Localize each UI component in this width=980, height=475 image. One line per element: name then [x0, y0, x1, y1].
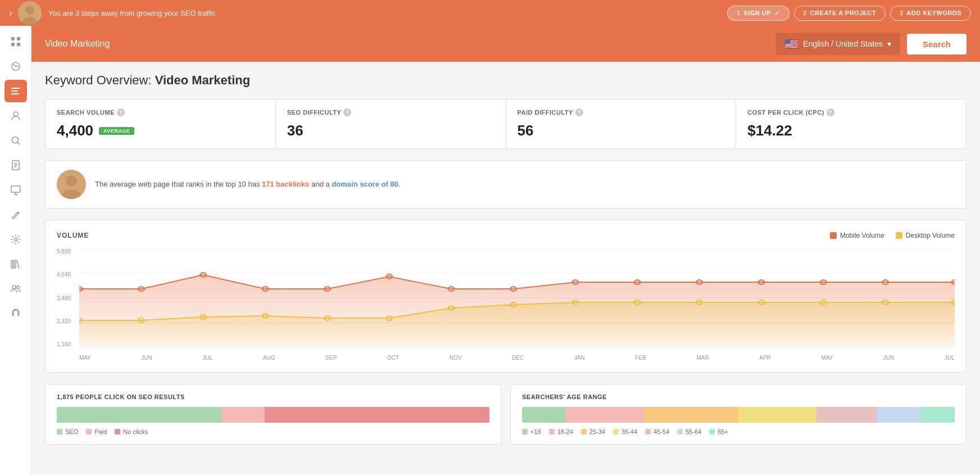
age-55-64-legend: 55-64: [677, 428, 701, 435]
search-button[interactable]: Search: [907, 34, 967, 55]
svg-point-24: [66, 175, 77, 187]
age-45-54-seg: [816, 407, 877, 423]
x-label-dec: DEC: [512, 355, 524, 361]
metric-cpc: COST PER CLICK (CPC) ? $14.22: [736, 99, 966, 148]
x-label-jul2: JUL: [945, 355, 955, 361]
backlinks-highlight: 171 backlinks: [262, 180, 310, 188]
step-2-button[interactable]: 2 CREATE A PROJECT: [794, 6, 886, 21]
sidebar-item-users[interactable]: [4, 278, 27, 300]
age-65plus-dot: [709, 429, 715, 435]
clicks-panel: 1,875 PEOPLE CLICK ON SEO RESULTS SEO: [45, 384, 501, 445]
domain-score-highlight: domain score of 80: [332, 180, 398, 188]
y-label-2320: 2,320: [57, 318, 77, 324]
noclicks-legend: No clicks: [115, 428, 148, 435]
x-label-mar: MAR: [696, 355, 709, 361]
y-label-3480: 3,480: [57, 295, 77, 301]
desktop-legend-item: Desktop Volume: [896, 232, 955, 239]
seo-dot: [57, 429, 62, 435]
svg-rect-14: [14, 163, 17, 164]
sidebar-item-monitor[interactable]: [4, 179, 27, 201]
main-content: 🇺🇸 English / United States ▾ Search Keyw…: [31, 26, 980, 475]
x-label-jun2: JUN: [883, 355, 894, 361]
locale-selector[interactable]: 🇺🇸 English / United States ▾: [775, 33, 900, 55]
noclicks-dot: [115, 429, 120, 435]
step-3-num: 3: [900, 10, 903, 16]
step-3-button[interactable]: 3 ADD KEYWORDS: [890, 6, 971, 21]
x-label-jun1: JUN: [142, 355, 152, 361]
svg-rect-16: [14, 166, 16, 168]
sidebar-item-reports[interactable]: [4, 154, 27, 177]
x-label-feb: FEB: [635, 355, 646, 361]
svg-rect-6: [17, 43, 20, 46]
metric-paid-difficulty: PAID DIFFICULTY ? 56: [506, 99, 737, 148]
x-label-apr: APR: [759, 355, 771, 361]
chart-legend: Mobile Volume Desktop Volume: [830, 232, 955, 239]
bottom-panels: 1,875 PEOPLE CLICK ON SEO RESULTS SEO: [45, 384, 967, 445]
age-55-64-dot: [677, 429, 683, 435]
expand-arrow[interactable]: ›: [9, 7, 12, 19]
sidebar-item-dashboard[interactable]: [4, 30, 27, 53]
seo-bar-seg: [57, 407, 221, 423]
svg-rect-10: [11, 93, 19, 94]
x-label-nov: NOV: [450, 355, 462, 361]
paid-difficulty-info-icon[interactable]: ?: [575, 108, 583, 116]
age-35-44-dot: [613, 429, 619, 435]
step-1-button[interactable]: 1 SIGN UP ✓: [727, 6, 789, 21]
desktop-legend-label: Desktop Volume: [906, 232, 955, 239]
paid-legend: Paid: [86, 428, 107, 435]
sidebar-item-editor[interactable]: [4, 203, 27, 226]
chart-area: 5,800 4,640 3,480 2,320 1,160: [57, 248, 955, 361]
age-25-34-label: 25-34: [589, 428, 605, 435]
sidebar-item-audience[interactable]: [4, 105, 27, 127]
search-input-wrap[interactable]: [45, 39, 769, 49]
paid-label: Paid: [94, 428, 107, 435]
sidebar-item-analytics[interactable]: [4, 55, 27, 78]
step-3-label: ADD KEYWORDS: [906, 10, 961, 16]
chart-svg: [79, 248, 955, 347]
steps-container: 1 SIGN UP ✓ 2 CREATE A PROJECT 3 ADD KEY…: [727, 6, 971, 21]
avatar: [18, 1, 42, 25]
age-under18-dot: [522, 429, 528, 435]
x-axis: MAY JUN JUL AUG SEP OCT NOV DEC JAN FEB …: [79, 355, 955, 361]
sidebar-item-keyword-overview[interactable]: [4, 80, 27, 102]
search-volume-info-icon[interactable]: ?: [117, 108, 125, 116]
svg-rect-5: [11, 43, 15, 46]
svg-point-21: [12, 286, 16, 289]
svg-point-22: [16, 286, 19, 289]
mobile-legend-item: Mobile Volume: [830, 232, 884, 239]
x-label-jan: JAN: [574, 355, 585, 361]
flag-icon: 🇺🇸: [784, 37, 798, 51]
sidebar: [0, 26, 31, 475]
paid-difficulty-label: PAID DIFFICULTY ?: [518, 108, 725, 116]
seo-label: SEO: [65, 428, 78, 435]
locale-chevron-icon: ▾: [887, 39, 891, 48]
svg-rect-4: [17, 37, 20, 40]
search-keyword-input[interactable]: [45, 39, 769, 49]
svg-point-18: [14, 238, 17, 241]
age-under18-legend: <18: [522, 428, 541, 435]
age-45-54-label: 45-54: [654, 428, 669, 435]
x-label-may1: MAY: [79, 355, 91, 361]
clicks-bar: [57, 407, 489, 423]
metric-cards: SEARCH VOLUME ? 4,400 AVERAGE SEO DIFFIC…: [45, 99, 967, 149]
y-axis: 5,800 4,640 3,480 2,320 1,160: [57, 248, 77, 347]
age-65plus-legend: 65+: [709, 428, 728, 435]
step-2-label: CREATE A PROJECT: [810, 10, 877, 16]
sidebar-item-library[interactable]: [4, 253, 27, 275]
seo-legend: SEO: [57, 428, 78, 435]
age-55-64-label: 55-64: [686, 428, 701, 435]
step-2-num: 2: [804, 10, 807, 16]
paid-dot: [86, 429, 92, 435]
cpc-info-icon[interactable]: ?: [827, 108, 834, 116]
svg-point-11: [13, 112, 18, 116]
age-65plus-seg: [920, 407, 955, 423]
sidebar-item-support[interactable]: [4, 302, 27, 325]
age-title: SEARCHERS' AGE RANGE: [522, 393, 955, 400]
age-18-24-seg: [565, 407, 643, 423]
x-label-jul1: JUL: [203, 355, 213, 361]
sidebar-item-settings[interactable]: [4, 228, 27, 251]
metric-seo-difficulty: SEO DIFFICULTY ? 36: [276, 99, 506, 148]
sidebar-item-research[interactable]: [4, 129, 27, 152]
seo-difficulty-info-icon[interactable]: ?: [343, 108, 351, 116]
mobile-legend-dot: [830, 232, 837, 239]
